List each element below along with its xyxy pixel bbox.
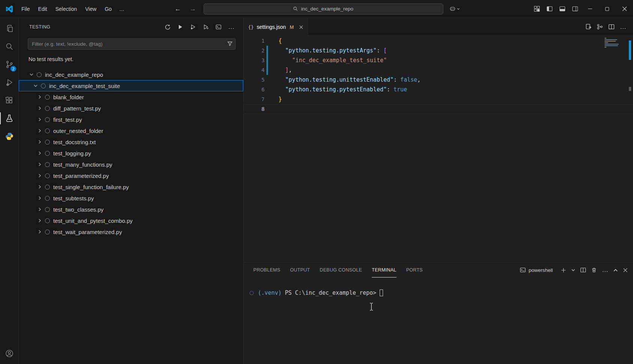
chevron-right-icon[interactable] xyxy=(36,94,43,100)
menu-file[interactable]: File xyxy=(18,4,34,14)
panel-more-actions-icon[interactable]: … xyxy=(602,268,608,272)
new-terminal-icon[interactable] xyxy=(561,267,566,273)
close-tab-icon[interactable] xyxy=(299,25,303,29)
open-changes-icon[interactable] xyxy=(597,24,603,30)
test-filter-input[interactable] xyxy=(28,38,236,50)
test-state-icon xyxy=(45,106,50,111)
tree-item[interactable]: test_two_classes.py xyxy=(19,204,243,215)
tab-settings-json[interactable]: {} settings.json M xyxy=(244,18,308,36)
tree-item[interactable]: test_logging.py xyxy=(19,148,243,159)
refresh-tests-icon[interactable] xyxy=(163,22,172,31)
split-editor-icon[interactable] xyxy=(608,24,615,30)
run-and-debug-icon[interactable] xyxy=(0,73,18,91)
menu-go[interactable]: Go xyxy=(101,4,115,14)
extensions-icon[interactable] xyxy=(0,91,18,109)
tree-item[interactable]: first_test.py xyxy=(19,114,243,125)
terminal-viewport[interactable]: (.venv) PS C:\inc_dec_example_repo> xyxy=(244,277,633,364)
terminal-dropdown-icon[interactable] xyxy=(571,268,575,272)
command-center-search[interactable]: inc_dec_example_repo xyxy=(204,3,443,15)
customize-layout-icon[interactable] xyxy=(530,3,543,15)
maximize-button[interactable] xyxy=(599,0,616,18)
minimize-button[interactable] xyxy=(581,0,599,18)
tree-item[interactable]: outer_nested_folder xyxy=(19,125,243,136)
test-state-icon xyxy=(45,117,50,122)
command-decoration-icon[interactable] xyxy=(250,291,254,295)
chevron-right-icon[interactable] xyxy=(36,150,43,156)
tree-item-repo[interactable]: inc_dec_example_repo xyxy=(19,69,243,80)
code-line: 5 "python.testing.unittestEnabled": fals… xyxy=(244,75,633,85)
close-button[interactable] xyxy=(616,0,633,18)
debug-tests-icon[interactable] xyxy=(189,22,198,31)
more-actions-icon[interactable]: … xyxy=(227,22,236,31)
chevron-right-icon[interactable] xyxy=(36,139,43,145)
python-icon[interactable] xyxy=(0,127,18,145)
copilot-icon[interactable] xyxy=(449,6,460,12)
search-view-icon[interactable] xyxy=(0,37,18,55)
minimap[interactable] xyxy=(605,38,623,48)
chevron-right-icon[interactable] xyxy=(36,195,43,201)
tree-item[interactable]: test_subtests.py xyxy=(19,192,243,204)
line-number: 5 xyxy=(244,75,265,85)
chevron-down-icon[interactable] xyxy=(28,72,35,78)
menu-more-icon[interactable]: … xyxy=(116,4,127,14)
explorer-icon[interactable] xyxy=(0,19,18,37)
toggle-panel-icon[interactable] xyxy=(556,3,569,15)
tab-terminal[interactable]: TERMINAL xyxy=(372,263,397,277)
tree-item-label: test_parameterized.py xyxy=(53,173,109,179)
shell-label: powershell xyxy=(528,267,553,273)
tree-item[interactable]: test_single_function_failure.py xyxy=(19,181,243,192)
nav-back-icon[interactable]: ← xyxy=(174,5,183,13)
chevron-right-icon[interactable] xyxy=(36,116,43,122)
tree-item[interactable]: test_many_functions.py xyxy=(19,159,243,170)
tree-item[interactable]: test_parameterized.py xyxy=(19,170,243,181)
test-state-icon xyxy=(45,207,50,212)
split-terminal-icon[interactable] xyxy=(580,267,586,273)
run-tests-with-coverage-icon[interactable] xyxy=(201,22,210,31)
toggle-primary-sidebar-icon[interactable] xyxy=(543,3,556,15)
test-state-icon xyxy=(45,185,50,189)
test-state-icon xyxy=(45,196,50,201)
tab-debug-console[interactable]: DEBUG CONSOLE xyxy=(320,263,362,277)
maximize-panel-icon[interactable] xyxy=(613,268,618,273)
tree-item-label: inc_dec_example_repo xyxy=(45,72,103,78)
kill-terminal-icon[interactable] xyxy=(591,267,597,273)
tree-item[interactable]: test_wait_parameterized.py xyxy=(19,226,243,237)
chevron-right-icon[interactable] xyxy=(36,229,43,235)
chevron-right-icon[interactable] xyxy=(36,184,43,190)
toggle-secondary-sidebar-icon[interactable] xyxy=(569,3,581,15)
tree-item[interactable]: test_unit_and_pytest_combo.py xyxy=(19,215,243,226)
terminal-shell-chip[interactable]: powershell xyxy=(520,267,553,273)
search-icon xyxy=(293,6,298,11)
open-settings-ui-icon[interactable] xyxy=(585,24,591,30)
tab-ports[interactable]: PORTS xyxy=(406,263,423,277)
chevron-down-icon[interactable] xyxy=(32,83,39,89)
close-panel-icon[interactable] xyxy=(623,268,628,273)
tab-output[interactable]: OUTPUT xyxy=(290,263,310,277)
source-control-icon[interactable]: 2 xyxy=(0,55,18,73)
show-test-output-icon[interactable] xyxy=(214,22,223,31)
menu-view[interactable]: View xyxy=(81,4,100,14)
tree-item-label: inc_dec_example_test_suite xyxy=(49,83,120,89)
chevron-right-icon[interactable] xyxy=(36,161,43,167)
chevron-right-icon[interactable] xyxy=(36,128,43,134)
chevron-right-icon[interactable] xyxy=(36,206,43,212)
chevron-right-icon[interactable] xyxy=(36,105,43,111)
tree-item[interactable]: diff_pattern_test.py xyxy=(19,103,243,114)
tab-problems[interactable]: PROBLEMS xyxy=(253,263,280,277)
tree-item-label: blank_folder xyxy=(53,94,84,100)
tree-item-label: outer_nested_folder xyxy=(53,128,103,134)
tree-item[interactable]: blank_folder xyxy=(19,91,243,103)
run-all-tests-icon[interactable] xyxy=(176,22,185,31)
more-actions-icon[interactable]: … xyxy=(620,25,626,29)
testing-icon[interactable] xyxy=(0,109,18,127)
chevron-right-icon[interactable] xyxy=(36,173,43,179)
chevron-right-icon[interactable] xyxy=(36,218,43,224)
code-editor[interactable]: 1 { 2 "python.testing.pytestArgs": [ 3 "… xyxy=(244,36,633,262)
menu-edit[interactable]: Edit xyxy=(34,4,51,14)
filter-funnel-icon[interactable] xyxy=(227,41,233,46)
account-icon[interactable] xyxy=(0,346,18,364)
tree-item-suite[interactable]: inc_dec_example_test_suite xyxy=(19,80,243,91)
menu-selection[interactable]: Selection xyxy=(52,4,81,14)
tree-item[interactable]: test_docstring.txt xyxy=(19,136,243,148)
nav-forward-icon[interactable]: → xyxy=(189,5,198,13)
